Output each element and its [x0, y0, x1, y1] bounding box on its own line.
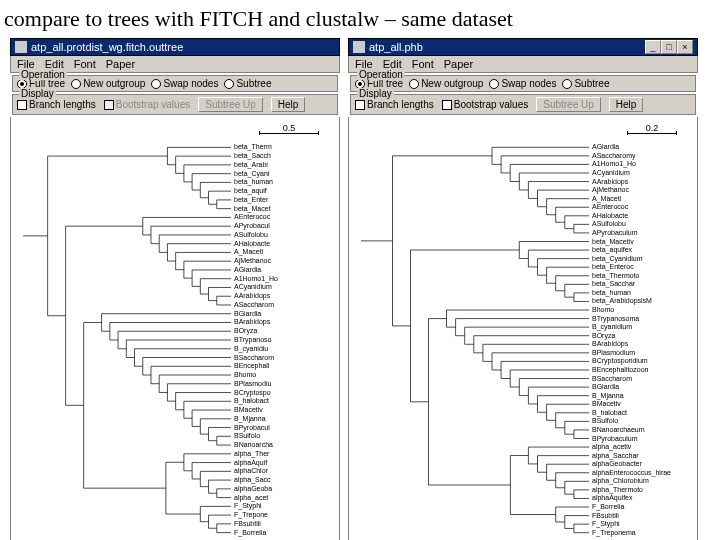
radio-swap-nodes[interactable]: Swap nodes [151, 78, 218, 89]
checkbox-branch-lengths[interactable]: Branch lengths [355, 99, 434, 110]
subtree-up-button[interactable]: Subtree Up [536, 97, 601, 112]
taxon-label: BSulfolo [234, 432, 260, 439]
taxon-label: APyrobacul [234, 222, 270, 230]
taxon-label: FBsubtili [592, 512, 619, 519]
taxon-label: AEnterococ [592, 203, 629, 210]
display-legend: Display [357, 88, 394, 99]
taxon-label: AGiardia [234, 266, 261, 273]
taxon-label: alphaAquifex [592, 494, 633, 502]
taxon-label: BNanoarcha [234, 441, 273, 448]
menu-paper[interactable]: Paper [106, 58, 135, 70]
taxon-label: beta_ArabidopsisM [592, 297, 652, 305]
taxon-label: beta_Sacch [234, 152, 271, 160]
taxon-label: APyrobaculum [592, 229, 638, 237]
taxon-label: alpha_Sacchar [592, 452, 639, 460]
taxon-label: A1Homo1_Ho [234, 275, 278, 283]
taxon-label: A_Maceti [234, 248, 264, 256]
taxon-label: F_Styphi [592, 520, 620, 528]
taxon-label: BPlasmodium [592, 349, 635, 356]
close-button[interactable]: × [677, 40, 693, 54]
taxon-label: B_cyanidium [592, 323, 632, 331]
taxon-label: beta_human [234, 178, 273, 186]
taxon-label: alpha_Chlorobium [592, 477, 649, 485]
display-group-right: Display Branch lengths Bootstrap values … [350, 94, 696, 115]
taxon-label: FBsubtili [234, 520, 261, 527]
taxon-label: F_Trepone [234, 511, 268, 519]
checkbox-branch-lengths[interactable]: Branch lengths [17, 99, 96, 110]
checkbox-bootstrap[interactable]: Bootstrap values [442, 99, 529, 110]
taxon-label: alphaChlor [234, 467, 269, 475]
taxon-label: F_Borrelia [234, 529, 266, 537]
panel-fitch: atp_all.protdist_wg.fitch.outtree File E… [10, 38, 340, 540]
help-button[interactable]: Help [271, 97, 306, 112]
taxon-label: B_halobact [234, 397, 269, 405]
taxon-label: BGiardia [592, 383, 619, 390]
taxon-label: Bhomo [592, 306, 614, 313]
taxon-label: BNanoarchaeum [592, 426, 645, 433]
tree-canvas-right[interactable]: 0.2 AGiardiaASaccharomyA1Homo1_HoACyanid… [348, 117, 698, 540]
taxon-label: beta_Sacchar [592, 280, 636, 288]
taxon-label: beta_Macetiv [592, 238, 634, 246]
taxon-label: BOryza [234, 327, 257, 335]
app-icon [15, 41, 27, 53]
taxon-label: AHalobacte [592, 212, 628, 219]
taxon-label: alphaEnterococcus_hirae [592, 469, 671, 477]
taxon-label: BEncephalitozoon [592, 366, 649, 374]
taxon-label: beta_Thermoto [592, 272, 640, 280]
app-icon [353, 41, 365, 53]
display-legend: Display [19, 88, 56, 99]
operation-legend: Operation [19, 69, 67, 80]
taxon-label: beta_Enteroc [592, 263, 634, 271]
menu-paper[interactable]: Paper [444, 58, 473, 70]
taxon-label: B_halobact [592, 409, 627, 417]
taxon-label: BSulfolo [592, 417, 618, 424]
taxon-label: A_Maceti [592, 195, 622, 203]
taxon-label: Bhomo [234, 371, 256, 378]
taxon-label: BPlasmodiu [234, 380, 271, 387]
minimize-button[interactable]: _ [645, 40, 661, 54]
menu-font[interactable]: Font [412, 58, 434, 70]
taxon-label: BMacetiv [592, 400, 621, 407]
tree-canvas-left[interactable]: 0.5 beta_Thermbeta_Sacchbeta_Arabibeta_C… [10, 117, 340, 540]
maximize-button[interactable]: □ [661, 40, 677, 54]
panel-clustalw: atp_all.phb _ □ × File Edit Font Paper O… [348, 38, 698, 540]
radio-new-outgroup[interactable]: New outgroup [71, 78, 145, 89]
radio-subtree[interactable]: Subtree [562, 78, 609, 89]
taxon-label: BEncephali [234, 362, 270, 370]
taxon-label: B_Mjanna [592, 392, 624, 400]
titlebar-left[interactable]: atp_all.protdist_wg.fitch.outtree [10, 38, 340, 56]
operation-group-right: Operation Full tree New outgroup Swap no… [350, 75, 696, 92]
radio-new-outgroup[interactable]: New outgroup [409, 78, 483, 89]
taxon-label: BPyrobacul [234, 424, 270, 432]
menu-font[interactable]: Font [74, 58, 96, 70]
titlebar-right[interactable]: atp_all.phb _ □ × [348, 38, 698, 56]
operation-legend: Operation [357, 69, 405, 80]
taxon-label: BMacetiv [234, 406, 263, 413]
help-button[interactable]: Help [609, 97, 644, 112]
checkbox-bootstrap[interactable]: Bootstrap values [104, 99, 191, 110]
taxon-label: AEnterococ [234, 213, 271, 220]
taxon-label: BCryptospo [234, 389, 271, 397]
taxon-label: BPyrobaculum [592, 435, 638, 443]
taxon-label: AArabidops [592, 178, 629, 186]
subtree-up-button[interactable]: Subtree Up [198, 97, 263, 112]
taxon-label: alpha_Thermoto [592, 486, 643, 494]
radio-swap-nodes[interactable]: Swap nodes [489, 78, 556, 89]
taxon-label: BCryptosporidium [592, 357, 648, 365]
taxon-label: beta_Cyani [234, 170, 270, 178]
display-group-left: Display Branch lengths Bootstrap values … [12, 94, 338, 115]
taxon-label: beta_Cyanidium [592, 255, 643, 263]
taxon-label: ASaccharomy [592, 152, 636, 160]
taxon-label: alphaAquif [234, 459, 267, 467]
taxon-label: AArabidops [234, 292, 271, 300]
radio-subtree[interactable]: Subtree [224, 78, 271, 89]
taxon-label: beta_Arabi [234, 161, 268, 169]
taxon-label: ACyanidium [592, 169, 630, 177]
taxon-label: F_Borrelia [592, 503, 624, 511]
taxon-label: alpha_acetiv [592, 443, 632, 451]
window-title: atp_all.protdist_wg.fitch.outtree [31, 41, 183, 53]
taxon-label: beta_aquifex [592, 246, 633, 254]
taxon-label: beta_Enter [234, 196, 269, 204]
taxon-label: alpha_acet [234, 494, 268, 502]
taxon-label: AjMethanoc [234, 257, 271, 265]
